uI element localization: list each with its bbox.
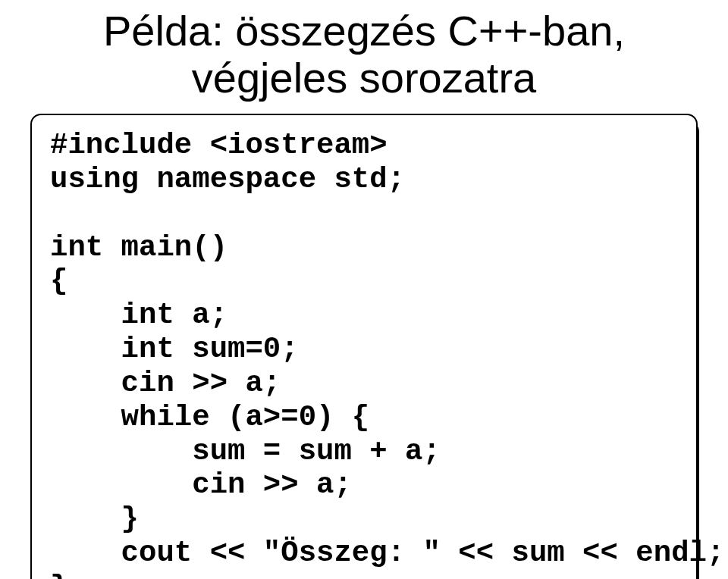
code-block: #include <iostream> using namespace std;… [30, 114, 698, 579]
code-line: cin >> a; [50, 367, 281, 400]
slide-title: Példa: összegzés C++-ban, végjeles soroz… [0, 8, 728, 101]
code-line: sum = sum + a; [50, 435, 441, 468]
code-line: } [50, 571, 67, 579]
code-line: cout << "Összeg: " << sum << endl; [50, 537, 724, 570]
slide: Példa: összegzés C++-ban, végjeles soroz… [0, 0, 728, 579]
code-line: } [50, 502, 139, 536]
code-line: int main() [50, 231, 228, 264]
title-line-1: Példa: összegzés C++-ban, [103, 7, 625, 55]
code-line: int a; [50, 299, 228, 332]
code-content: #include <iostream> using namespace std;… [50, 129, 678, 579]
code-line: { [50, 264, 67, 298]
code-line: #include <iostream> [50, 129, 388, 162]
code-line: int sum=0; [50, 333, 299, 366]
code-line: using namespace std; [50, 163, 405, 196]
code-line: cin >> a; [50, 468, 352, 502]
title-line-2: végjeles sorozatra [192, 54, 536, 102]
code-block-container: #include <iostream> using namespace std;… [30, 114, 698, 579]
code-line: while (a>=0) { [50, 401, 369, 434]
